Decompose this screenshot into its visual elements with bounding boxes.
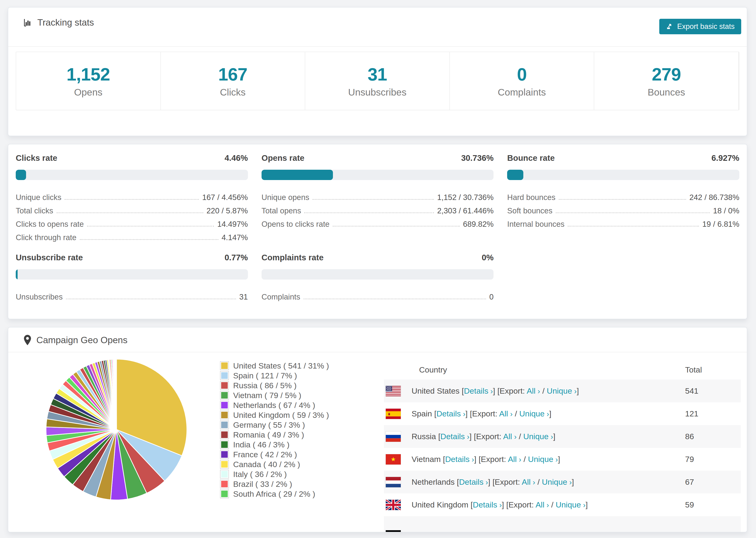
export-all-link[interactable]: All [512, 530, 520, 532]
legend-swatch [220, 470, 229, 478]
geo-opens-pie-chart [39, 352, 194, 507]
export-all-link[interactable]: All [522, 477, 531, 486]
chevron-right-icon: › [557, 531, 562, 532]
rate-detail-row: Hard bounces 242 / 86.738% [507, 188, 739, 202]
chevron-right-icon: › [544, 501, 549, 509]
chevron-right-icon: › [465, 432, 469, 441]
rate-detail-row: Unique opens 1,152 / 30.736% [261, 188, 494, 202]
dotted-leader [312, 199, 434, 200]
legend-item[interactable]: Brazil ( 33 / 2% ) [220, 479, 329, 489]
export-all-link[interactable]: All [536, 500, 544, 509]
export-unique-link[interactable]: Unique [542, 477, 567, 486]
legend-swatch [220, 372, 229, 380]
total-cell: 67 [685, 477, 694, 487]
dotted-leader [333, 226, 460, 227]
export-label: Export: [485, 530, 512, 532]
legend-item[interactable]: France ( 42 / 2% ) [220, 450, 329, 459]
legend-item[interactable]: India ( 46 / 3% ) [220, 440, 329, 450]
table-row: Germany [Details ›] [Export: All › / Uni… [384, 516, 741, 532]
legend-swatch [220, 431, 229, 439]
rate-detail-row: Clicks to opens rate 14.497% [16, 215, 248, 229]
legend-item[interactable]: Vietnam ( 79 / 5% ) [220, 390, 329, 400]
tracking-stats-card: Tracking stats Export basic stats 1,152 … [8, 7, 747, 136]
stat-label: Complaints [498, 87, 546, 98]
legend-item[interactable]: Spain ( 121 / 7% ) [220, 371, 329, 381]
legend-item[interactable]: Russia ( 86 / 5% ) [220, 381, 329, 390]
export-label: Export: [476, 432, 503, 441]
chevron-right-icon: › [536, 387, 540, 395]
export-unique-link[interactable]: Unique [519, 409, 545, 418]
export-all-link[interactable]: All [503, 432, 512, 441]
legend-label: Spain ( 121 / 7% ) [233, 371, 297, 380]
legend-swatch [220, 362, 229, 370]
stat-value: 167 [218, 64, 247, 84]
legend-swatch [220, 401, 229, 409]
chevron-right-icon: › [572, 387, 577, 395]
legend-item[interactable]: Romania ( 49 / 3% ) [220, 430, 329, 440]
chevron-right-icon: › [512, 432, 517, 441]
rates-card: Clicks rate 4.46% Unique clicks 167 / 4.… [8, 144, 747, 319]
country-flag-icon [386, 386, 401, 396]
stat-cell: 31 Unsubscribes [305, 52, 450, 110]
legend-item[interactable]: Germany ( 55 / 3% ) [220, 420, 329, 430]
rate-detail-row: Opens to clicks rate 689.82% [261, 215, 494, 229]
geo-header: Campaign Geo Opens [8, 327, 747, 346]
rate-detail-row: Total opens 2,303 / 61.446% [261, 202, 494, 215]
column-header-total: Total [685, 360, 702, 380]
progress-bar [507, 170, 739, 180]
details-link[interactable]: Details [436, 409, 461, 418]
table-row: Spain [Details ›] [Export: All › / Uniqu… [384, 402, 741, 425]
export-unique-link[interactable]: Unique [528, 455, 553, 463]
export-unique-link[interactable]: Unique [532, 530, 557, 532]
chevron-right-icon: › [520, 531, 525, 532]
country-flag-icon [386, 409, 401, 419]
export-label: Export: [509, 500, 536, 509]
chevron-right-icon: › [497, 501, 502, 509]
dotted-leader [65, 199, 199, 200]
details-link[interactable]: Details [441, 432, 465, 441]
dotted-leader [556, 212, 710, 213]
export-basic-stats-button[interactable]: Export basic stats [659, 19, 741, 34]
details-link[interactable]: Details [449, 530, 473, 532]
details-link[interactable]: Details [445, 455, 469, 463]
export-unique-link[interactable]: Unique [547, 386, 572, 395]
legend-item[interactable]: Canada ( 40 / 2% ) [220, 459, 329, 469]
total-cell: 79 [685, 455, 694, 464]
dotted-leader [80, 239, 218, 240]
rate-detail-row: Internal bounces 19 / 6.81% [507, 215, 739, 229]
stat-value: 31 [368, 64, 387, 84]
legend-label: Romania ( 49 / 3% ) [233, 430, 304, 439]
export-unique-link[interactable]: Unique [523, 432, 549, 441]
legend-swatch [220, 451, 229, 458]
country-cell: Netherlands [Details ›] [Export: All › /… [411, 477, 574, 487]
legend-label: Vietnam ( 79 / 5% ) [233, 391, 301, 400]
legend-item[interactable]: United Kingdom ( 59 / 3% ) [220, 410, 329, 420]
stat-label: Unsubscribes [348, 87, 406, 98]
dotted-leader [303, 298, 486, 299]
geo-table-header: Country Total [384, 360, 741, 380]
legend-item[interactable]: Italy ( 36 / 2% ) [220, 469, 329, 479]
legend-item[interactable]: South Africa ( 29 / 2% ) [220, 489, 329, 499]
export-icon [666, 23, 674, 30]
stat-cell: 1,152 Opens [16, 52, 161, 110]
chevron-right-icon: › [461, 409, 465, 418]
export-all-link[interactable]: All [508, 455, 517, 463]
chevron-right-icon: › [483, 478, 488, 486]
progress-bar [261, 170, 494, 180]
bounce-rate-block: Bounce rate 6.927% Hard bounces 242 / 86… [507, 153, 739, 242]
rate-title: Bounce rate [507, 153, 555, 163]
details-link[interactable]: Details [464, 386, 488, 395]
dotted-leader [304, 212, 434, 213]
export-label: Export: [500, 386, 527, 395]
export-all-link[interactable]: All [527, 386, 536, 395]
export-unique-link[interactable]: Unique [556, 500, 581, 509]
details-link[interactable]: Details [459, 477, 483, 486]
table-row: Vietnam [Details ›] [Export: All › / Uni… [384, 448, 741, 471]
export-all-link[interactable]: All [499, 409, 508, 418]
details-link[interactable]: Details [473, 500, 497, 509]
legend-item[interactable]: Netherlands ( 67 / 4% ) [220, 400, 329, 410]
stat-cell: 279 Bounces [594, 52, 739, 110]
legend-item[interactable]: United States ( 541 / 31% ) [220, 361, 329, 371]
chevron-right-icon: › [531, 478, 535, 486]
stat-cell: 0 Complaints [450, 52, 594, 110]
